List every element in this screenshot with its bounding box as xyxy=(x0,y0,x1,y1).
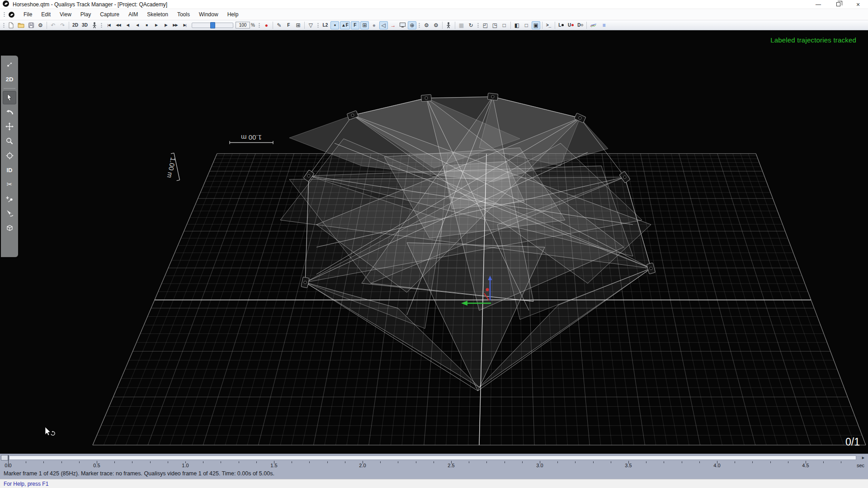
page-icon xyxy=(9,22,14,28)
labeled-trajectories-button[interactable]: L xyxy=(557,21,566,29)
show-labels-button[interactable]: F xyxy=(351,21,359,29)
menu-file[interactable]: File xyxy=(19,9,37,19)
data-info-button[interactable]: ≡ xyxy=(599,21,608,29)
timeline-scroll-right-icon[interactable]: ► xyxy=(861,455,865,460)
menu-view[interactable]: View xyxy=(55,9,76,19)
minimize-button[interactable]: — xyxy=(808,0,828,9)
timeline[interactable]: ► 0.00.51.01.52.02.53.03.54.04.5 sec xyxy=(0,454,868,468)
play-reverse-button[interactable]: ◀ xyxy=(133,21,142,29)
camera-marker[interactable] xyxy=(487,93,498,100)
show-traces-button[interactable]: ▲F xyxy=(340,21,350,29)
layout-single-button[interactable]: □ xyxy=(500,21,509,29)
select-tool[interactable] xyxy=(3,91,16,104)
camera-settings-button[interactable]: ⚙ xyxy=(422,21,431,29)
show-markers-button[interactable]: ● xyxy=(330,21,339,29)
pan-tool[interactable] xyxy=(3,120,16,133)
3d-viewport[interactable]: 1.00 m 1.00 m Labeled trajectories track… xyxy=(0,30,868,454)
timeline-scroll-handle[interactable] xyxy=(1,455,8,460)
add-marker-tool[interactable] xyxy=(3,192,16,206)
skeleton-view-button[interactable] xyxy=(90,21,99,29)
show-grid-button[interactable]: ⊞ xyxy=(360,21,369,29)
jump-to-end-button[interactable]: ▶| xyxy=(180,21,189,29)
menu-play[interactable]: Play xyxy=(76,9,95,19)
zoom-tool[interactable] xyxy=(3,134,16,148)
pane-left-button[interactable]: ◧ xyxy=(513,21,521,29)
label-f-button[interactable]: F xyxy=(284,21,293,29)
terminal-button[interactable]: >_ xyxy=(544,21,553,29)
force-arrow-button[interactable]: → xyxy=(389,21,397,29)
layout-split-button[interactable]: ◰ xyxy=(481,21,490,29)
identify-tool[interactable]: ID xyxy=(3,163,16,177)
timeline-tick-label: 0.5 xyxy=(93,463,100,468)
trace-select-tool[interactable] xyxy=(3,206,16,220)
viewport-tool-sidebar: 2DID✂ xyxy=(1,56,18,257)
project-options-button[interactable]: ⚙ xyxy=(36,21,45,29)
redo-button[interactable]: ↷ xyxy=(58,21,67,29)
menu-window[interactable]: Window xyxy=(194,9,223,19)
timeline-tick-label: 1.0 xyxy=(182,463,189,468)
view-2d-button[interactable]: 2D xyxy=(71,21,80,29)
person-icon xyxy=(92,22,97,28)
center-view-tool[interactable] xyxy=(3,149,16,162)
toolbar-grip xyxy=(100,22,103,28)
scale-label-horizontal: 1.00 m xyxy=(241,134,262,141)
camera-marker[interactable] xyxy=(421,94,431,102)
close-button[interactable]: × xyxy=(848,0,868,9)
fast-forward-button[interactable]: ▶▶ xyxy=(171,21,179,29)
measure-subject-button[interactable] xyxy=(444,21,453,29)
marker-tool[interactable] xyxy=(3,58,16,71)
help-bar: For Help, press F1 xyxy=(0,479,868,488)
step-forward-button[interactable]: |▶ xyxy=(161,21,170,29)
menu-skeleton[interactable]: Skeleton xyxy=(142,9,173,19)
layout-corner-button[interactable]: ◳ xyxy=(491,21,499,29)
toolbar-grip xyxy=(477,22,479,28)
reprocess-button[interactable]: ↻ xyxy=(467,21,475,29)
step-back-button[interactable]: ◀| xyxy=(123,21,132,29)
app-logo-icon xyxy=(3,0,9,8)
fast-rewind-button[interactable]: ◀◀ xyxy=(114,21,123,29)
new-file-button[interactable] xyxy=(7,21,15,29)
mdi-child-icon[interactable] xyxy=(9,12,14,18)
save-button[interactable] xyxy=(27,21,35,29)
view-3d-button[interactable]: 3D xyxy=(80,21,89,29)
view-2d-toggle[interactable]: 2D xyxy=(3,72,16,86)
volume-tool[interactable] xyxy=(3,221,16,235)
restore-button[interactable] xyxy=(828,0,848,9)
cut-trajectory-tool[interactable]: ✂ xyxy=(3,178,16,191)
menu-help[interactable]: Help xyxy=(223,9,243,19)
video-overlay-button[interactable] xyxy=(398,21,407,29)
camera-add-button[interactable]: ⚙ xyxy=(432,21,440,29)
playback-speed-handle[interactable] xyxy=(210,22,215,28)
unidentified-trajectories-button[interactable]: U xyxy=(566,21,575,29)
menu-edit[interactable]: Edit xyxy=(37,9,55,19)
playback-speed-slider[interactable] xyxy=(192,23,233,28)
menu-aim[interactable]: AIM xyxy=(124,9,142,19)
pane-3d-button[interactable]: ▣ xyxy=(532,21,540,29)
calibration-button[interactable] xyxy=(589,21,599,29)
play-button[interactable]: ▶ xyxy=(152,21,160,29)
discarded-trajectories-button[interactable]: D xyxy=(576,21,585,29)
show-axes-button[interactable]: ⊕ xyxy=(408,21,416,29)
show-spheres-button[interactable]: ● xyxy=(370,21,378,29)
camera-view-cones-button[interactable]: ◁ xyxy=(379,21,388,29)
menu-capture[interactable]: Capture xyxy=(95,9,124,19)
toolbar-separator xyxy=(273,22,273,29)
playback-speed-value[interactable]: 100 xyxy=(236,22,250,28)
timeline-track[interactable] xyxy=(9,455,856,460)
rotate-view-tool[interactable] xyxy=(3,105,16,119)
draw-trajectory-button[interactable]: ✎ xyxy=(275,21,283,29)
record-button[interactable]: ● xyxy=(262,21,271,29)
data-table-button[interactable]: ⊞ xyxy=(294,21,302,29)
labels-l2-button[interactable]: L2 xyxy=(321,21,330,29)
toolbar: ⚙↶↷2D3D|◀◀◀◀|◀■▶|▶▶▶▶|100%●✎F⊞▽L2●▲FF⊞●◁… xyxy=(0,20,868,30)
open-file-button[interactable] xyxy=(16,21,26,29)
video-image-button[interactable]: ▦ xyxy=(457,21,466,29)
pane-plain-button[interactable]: □ xyxy=(522,21,531,29)
menu-tools[interactable]: Tools xyxy=(173,9,194,19)
filter-button[interactable]: ▽ xyxy=(307,21,315,29)
menubar-grip xyxy=(3,11,5,18)
undo-button[interactable]: ↶ xyxy=(49,21,57,29)
jump-to-start-button[interactable]: |◀ xyxy=(104,21,113,29)
qtm-application-window: Horseshoe.qtm - Qualisys Track Manager -… xyxy=(0,0,868,488)
stop-button[interactable]: ■ xyxy=(142,21,151,29)
